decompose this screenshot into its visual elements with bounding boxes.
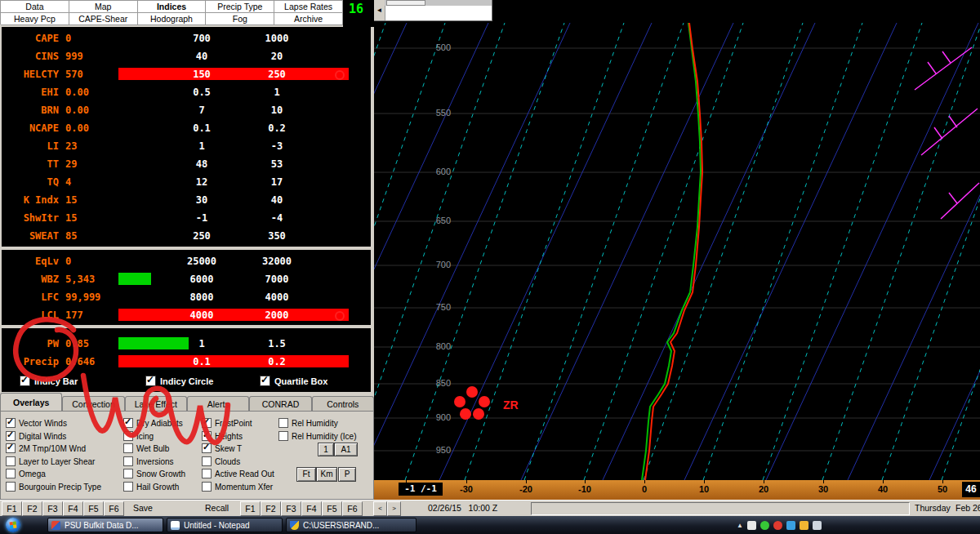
prev-time-button[interactable]: <	[373, 501, 387, 516]
chart-scrollbar[interactable]	[385, 0, 492, 6]
checkbox-box[interactable]	[6, 469, 16, 478]
taskbar-window-bufkit[interactable]: PSU Bufkit Data D...	[47, 518, 163, 532]
recall-f5-button[interactable]: F5	[322, 501, 342, 516]
save-f6-button[interactable]: F6	[104, 501, 124, 516]
tab-alerts[interactable]: Alerts	[187, 396, 249, 411]
taskbar-window-cmd[interactable]: C:\USERS\BRAND...	[286, 518, 416, 532]
button-ft[interactable]: Ft	[296, 467, 316, 482]
checkbox-clouds[interactable]: Clouds	[202, 456, 240, 466]
checkbox-box[interactable]	[202, 443, 212, 453]
save-f3-button[interactable]: F3	[42, 501, 63, 516]
checkbox-box[interactable]	[123, 482, 133, 492]
checkbox-bourgouin-precip-type[interactable]: Bourgouin Precip Type	[6, 482, 101, 492]
checkbox-icing[interactable]: Icing	[123, 431, 154, 441]
checkbox-box[interactable]	[6, 418, 16, 428]
scroll-left-icon[interactable]: ◄	[374, 0, 385, 20]
menu-fog[interactable]: Fog	[206, 13, 274, 25]
tray-update-icon[interactable]	[800, 521, 808, 530]
menu-map[interactable]: Map	[69, 1, 138, 13]
tray-volume-icon[interactable]	[813, 521, 822, 530]
checkbox-box[interactable]	[145, 376, 156, 386]
menu-archive[interactable]: Archive	[274, 13, 343, 25]
checkbox-box[interactable]	[202, 456, 212, 466]
tab-controls[interactable]: Controls	[312, 396, 374, 411]
checkbox-box[interactable]	[6, 431, 16, 441]
save-f5-button[interactable]: F5	[83, 501, 104, 516]
checkbox-box[interactable]	[6, 456, 16, 466]
skewt-chart[interactable]: ◄ ZR 500 550 600 650 700 750 800 850 900…	[374, 0, 980, 480]
checkbox-box[interactable]	[20, 376, 30, 386]
checkbox-box[interactable]	[123, 469, 133, 478]
recall-f6-button[interactable]: F6	[342, 501, 363, 516]
tray-status-icon[interactable]	[760, 521, 769, 530]
recall-f3-button[interactable]: F3	[281, 501, 301, 516]
checkbox-omega[interactable]: Omega	[6, 469, 46, 478]
checkbox-wet-bulb[interactable]: Wet Bulb	[123, 443, 169, 453]
scrollbar-thumb[interactable]	[386, 0, 425, 6]
checkbox-rel-humidity[interactable]: Rel Humidity	[278, 418, 338, 428]
checkbox-2m-tmp-10m-wnd[interactable]: 2M Tmp/10M Wnd	[6, 443, 86, 453]
tray-alert-icon[interactable]	[773, 521, 782, 530]
menu-hodograph[interactable]: Hodograph	[138, 13, 207, 25]
checkbox-active-read-out[interactable]: Active Read Out	[202, 469, 274, 478]
menu-data[interactable]: Data	[1, 1, 69, 13]
checkbox-box[interactable]	[123, 456, 133, 466]
checkbox-snow-growth[interactable]: Snow Growth	[123, 469, 185, 478]
tab-overlays[interactable]: Overlays	[0, 393, 62, 411]
save-f2-button[interactable]: F2	[22, 501, 42, 516]
menu-lapse-rates[interactable]: Lapse Rates	[274, 1, 343, 13]
checkbox-momentum-xfer[interactable]: Momentum Xfer	[202, 482, 273, 492]
menu-indices[interactable]: Indices	[138, 1, 207, 13]
statusbar-well	[531, 502, 910, 515]
checkbox-rel-humidity-ice[interactable]: Rel Humidity (Ice)	[278, 431, 356, 441]
tab-conrad[interactable]: CONRAD	[249, 396, 311, 411]
checkbox-skew-t[interactable]: Skew T	[202, 443, 242, 453]
tray-app-icon[interactable]	[747, 521, 756, 530]
checkbox-box[interactable]	[123, 418, 133, 428]
menu-heavy-pcp[interactable]: Heavy Pcp	[1, 13, 69, 25]
next-time-button[interactable]: >	[387, 501, 401, 516]
checkbox-box[interactable]	[260, 376, 270, 386]
checkbox-indicy-bar[interactable]: Indicy Bar	[20, 376, 78, 386]
button-km[interactable]: Km	[316, 467, 337, 482]
menu-precip-type[interactable]: Precip Type	[206, 1, 274, 13]
checkbox-inversions[interactable]: Inversions	[123, 456, 174, 466]
temp-label: 10	[692, 484, 716, 494]
checkbox-box[interactable]	[123, 443, 133, 453]
checkbox-box[interactable]	[202, 418, 212, 428]
checkbox-dry-adiabats[interactable]: Dry Adiabats	[123, 418, 183, 428]
tab-convection[interactable]: Convection	[62, 396, 124, 411]
checkbox-box[interactable]	[278, 431, 288, 441]
button-p[interactable]: P	[338, 467, 356, 482]
tab-lake-effect[interactable]: Lake Effect	[125, 396, 187, 411]
checkbox-digital-winds[interactable]: Digital Winds	[6, 431, 66, 441]
checkbox-vector-winds[interactable]: Vector Winds	[6, 418, 67, 428]
recall-f1-button[interactable]: F1	[240, 501, 261, 516]
checkbox-box[interactable]	[202, 431, 212, 441]
hidden-icons-chevron-icon[interactable]: ▲	[737, 522, 743, 529]
recall-f2-button[interactable]: F2	[261, 501, 281, 516]
menu-cape-shear[interactable]: CAPE-Shear	[69, 13, 138, 25]
checkbox-layer-to-layer-shear[interactable]: Layer to Layer Shear	[6, 456, 95, 466]
checkbox-frostpoint[interactable]: FrostPoint	[202, 418, 252, 428]
button-a1[interactable]: A1	[334, 443, 358, 456]
checkbox-indicy-circle[interactable]: Indicy Circle	[145, 376, 213, 386]
checkbox-box[interactable]	[6, 443, 16, 453]
checkbox-box[interactable]	[6, 482, 16, 492]
checkbox-box[interactable]	[202, 469, 212, 478]
taskbar-window-notepad[interactable]: Untitled - Notepad	[167, 518, 283, 532]
skewt-plot[interactable]: ZR	[374, 23, 980, 480]
recall-f4-button[interactable]: F4	[301, 501, 322, 516]
checkbox-hail-growth[interactable]: Hail Growth	[123, 482, 179, 492]
save-f1-button[interactable]: F1	[2, 501, 22, 516]
checkbox-box[interactable]	[278, 418, 288, 428]
checkbox-heights[interactable]: Heights	[202, 431, 243, 441]
checkbox-box[interactable]	[202, 482, 212, 492]
index-q1: 12	[163, 176, 240, 188]
checkbox-quartile-box[interactable]: Quartile Box	[260, 376, 327, 386]
tray-network-icon[interactable]	[786, 521, 795, 530]
save-f4-button[interactable]: F4	[63, 501, 83, 516]
start-button[interactable]	[6, 518, 20, 532]
checkbox-box[interactable]	[123, 431, 133, 441]
button-1[interactable]: 1	[318, 443, 334, 456]
